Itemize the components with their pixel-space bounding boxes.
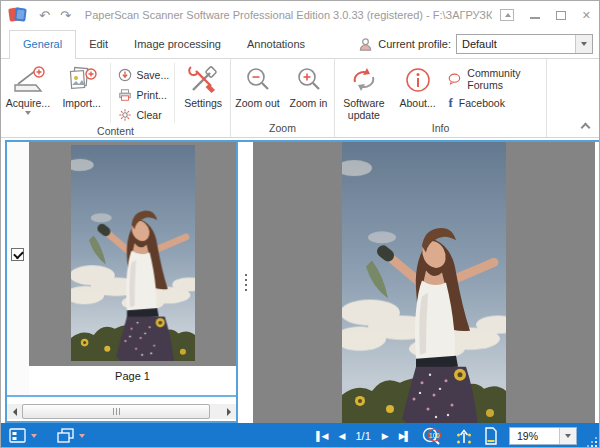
profile-select-chevron[interactable]: [575, 35, 592, 53]
document-view-wrap: [238, 140, 599, 423]
acquire-label: Acquire...: [6, 97, 50, 109]
cascade-view-icon[interactable]: [57, 428, 75, 444]
zoom-100-button[interactable]: 100: [421, 426, 444, 446]
page-thumbnail-image: [71, 145, 195, 361]
zoom-level-chevron[interactable]: [559, 428, 576, 444]
document-page-image: [342, 142, 506, 423]
thumbnail-horizontal-scrollbar[interactable]: [7, 404, 236, 419]
document-canvas[interactable]: [253, 142, 595, 423]
profile-select[interactable]: Default: [456, 34, 593, 54]
redo-button[interactable]: ↷: [60, 9, 71, 22]
import-button[interactable]: Import...: [55, 61, 109, 125]
settings-button[interactable]: Settings: [176, 61, 230, 125]
ribbon-tab-bar: General Edit Image processing Annotation…: [1, 29, 599, 59]
group-label-content: Content: [1, 125, 230, 137]
last-page-button[interactable]: ▶▌: [399, 432, 410, 441]
software-update-label: Software update: [335, 97, 393, 121]
next-page-button[interactable]: ▶: [382, 432, 388, 441]
view-layout-dropdown-icon[interactable]: [31, 434, 37, 438]
refresh-update-icon: [348, 64, 380, 96]
view-layout-icon[interactable]: [9, 428, 27, 444]
scrollbar-thumb[interactable]: [22, 404, 210, 419]
thumbnail-gutter: [7, 142, 29, 395]
ribbon: Acquire... Import... Save...: [1, 59, 599, 138]
tab-annotations[interactable]: Annotations: [234, 31, 318, 58]
zoom-out-button[interactable]: Zoom out: [232, 61, 284, 122]
content-area: Page 1: [1, 138, 599, 423]
about-button[interactable]: About...: [393, 61, 443, 122]
window-title: PaperScan Scanner Software Professional …: [85, 9, 492, 21]
collapse-ribbon-button[interactable]: [581, 123, 591, 133]
first-page-button[interactable]: ▌◀: [316, 432, 327, 441]
acquire-dropdown-icon: [25, 111, 31, 115]
settings-tools-icon: [187, 64, 219, 96]
community-forums-label: Community Forums: [467, 67, 546, 91]
community-forums-button[interactable]: Community Forums: [442, 67, 546, 91]
fit-to-window-button[interactable]: [455, 427, 473, 445]
facebook-icon: f: [448, 95, 452, 111]
current-profile-control: Current profile: Default: [358, 34, 593, 54]
about-label: About...: [400, 97, 436, 109]
fit-page-button[interactable]: [484, 427, 498, 445]
scanner-acquire-icon: [11, 64, 45, 96]
ribbon-separator: [174, 63, 175, 123]
clear-button[interactable]: Clear: [112, 105, 174, 125]
scroll-left-button[interactable]: [7, 404, 22, 419]
printer-icon: [118, 88, 132, 102]
page-checkbox[interactable]: [11, 248, 24, 261]
scroll-right-button[interactable]: [221, 404, 236, 419]
import-label: Import...: [62, 97, 101, 109]
undo-button[interactable]: ↶: [39, 9, 50, 22]
minimize-button[interactable]: [530, 17, 540, 19]
tab-edit[interactable]: Edit: [76, 31, 121, 58]
tab-image-processing[interactable]: Image processing: [121, 31, 234, 58]
user-profile-icon: [358, 37, 373, 52]
facebook-label: Facebook: [459, 97, 505, 109]
app-logo-icon: [9, 6, 27, 24]
save-label: Save...: [137, 69, 170, 81]
zoom-out-label: Zoom out: [235, 97, 279, 109]
app-window: ↶ ↷ PaperScan Scanner Software Professio…: [0, 0, 600, 448]
thumbnail-panel-footer: [7, 395, 236, 421]
group-label-info: Info: [335, 122, 546, 137]
status-bar: ▌◀ ◀ 1/1 ▶ ▶▌ 100 19%: [1, 423, 599, 448]
page-indicator: 1/1: [355, 430, 370, 442]
acquire-button[interactable]: Acquire...: [1, 61, 55, 125]
ribbon-group-info: Software update About... Community Forum…: [335, 59, 547, 137]
clear-icon: [118, 108, 132, 122]
page-thumbnail-cell[interactable]: [29, 142, 236, 366]
ribbon-separator: [110, 63, 111, 123]
speech-bubble-icon: [448, 72, 461, 86]
current-profile-label: Current profile:: [378, 38, 451, 50]
panel-splitter[interactable]: [238, 142, 253, 423]
close-button[interactable]: ✕: [582, 10, 591, 21]
save-download-icon: [118, 68, 132, 82]
import-document-icon: [65, 64, 99, 96]
info-about-icon: [404, 64, 432, 96]
previous-page-button[interactable]: ◀: [339, 432, 345, 441]
ribbon-display-options-button[interactable]: [500, 9, 514, 21]
maximize-button[interactable]: [556, 11, 566, 20]
window-resize-grip[interactable]: [588, 438, 597, 447]
page-caption: Page 1: [29, 366, 236, 386]
title-bar: ↶ ↷ PaperScan Scanner Software Professio…: [1, 1, 599, 29]
zoom-in-icon: [295, 64, 323, 96]
chevron-down-icon: [581, 42, 587, 46]
thumbnail-panel: Page 1: [5, 140, 238, 423]
scroll-right-icon: [227, 408, 231, 416]
zoom-level-value: 19%: [510, 430, 559, 442]
facebook-button[interactable]: f Facebook: [442, 91, 546, 115]
scroll-left-icon: [13, 408, 17, 416]
cascade-view-dropdown-icon[interactable]: [79, 434, 85, 438]
zoom-in-label: Zoom in: [290, 97, 328, 109]
software-update-button[interactable]: Software update: [335, 61, 393, 122]
zoom-in-button[interactable]: Zoom in: [284, 61, 334, 122]
zoom-level-select[interactable]: 19%: [509, 427, 577, 445]
save-button[interactable]: Save...: [112, 65, 174, 85]
ribbon-group-content: Acquire... Import... Save...: [1, 59, 231, 137]
profile-select-value: Default: [457, 38, 575, 50]
zoom-100-badge: 100: [429, 432, 440, 439]
tab-general[interactable]: General: [9, 30, 76, 59]
print-button[interactable]: Print...: [112, 85, 174, 105]
chevron-down-icon: [565, 434, 571, 438]
